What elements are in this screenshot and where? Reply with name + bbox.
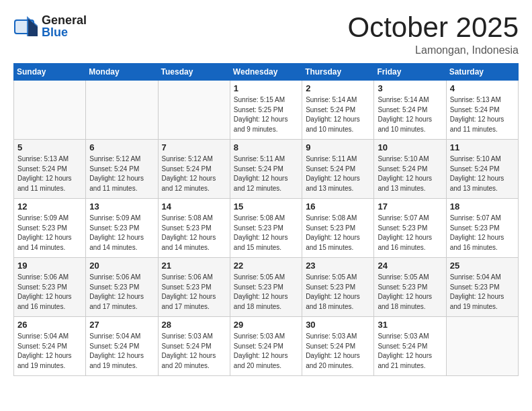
calendar-cell: 12Sunrise: 5:09 AM Sunset: 5:23 PM Dayli… <box>14 199 86 258</box>
calendar-cell: 30Sunrise: 5:03 AM Sunset: 5:24 PM Dayli… <box>302 317 374 376</box>
calendar-cell: 26Sunrise: 5:04 AM Sunset: 5:24 PM Dayli… <box>14 317 86 376</box>
weekday-header-cell: Thursday <box>302 64 374 81</box>
weekday-header-cell: Tuesday <box>158 64 230 81</box>
day-number: 13 <box>89 201 154 212</box>
calendar-week-row: 19Sunrise: 5:06 AM Sunset: 5:23 PM Dayli… <box>14 258 519 317</box>
calendar-cell: 3Sunrise: 5:14 AM Sunset: 5:24 PM Daylig… <box>374 81 446 140</box>
calendar-cell: 6Sunrise: 5:12 AM Sunset: 5:24 PM Daylig… <box>86 140 158 199</box>
day-number: 25 <box>450 261 515 271</box>
calendar-cell <box>14 81 86 140</box>
cell-info: Sunrise: 5:11 AM Sunset: 5:24 PM Dayligh… <box>234 154 298 193</box>
cell-info: Sunrise: 5:03 AM Sunset: 5:24 PM Dayligh… <box>162 332 226 371</box>
day-number: 2 <box>306 83 370 93</box>
day-number: 22 <box>234 261 298 271</box>
cell-info: Sunrise: 5:14 AM Sunset: 5:24 PM Dayligh… <box>306 95 370 134</box>
calendar-cell: 21Sunrise: 5:06 AM Sunset: 5:23 PM Dayli… <box>158 258 230 317</box>
page-header: General Blue October 2025 Lamongan, Indo… <box>13 13 519 56</box>
cell-info: Sunrise: 5:04 AM Sunset: 5:24 PM Dayligh… <box>89 332 154 371</box>
calendar-cell: 23Sunrise: 5:05 AM Sunset: 5:23 PM Dayli… <box>302 258 374 317</box>
day-number: 30 <box>306 320 370 330</box>
cell-info: Sunrise: 5:08 AM Sunset: 5:23 PM Dayligh… <box>234 214 298 253</box>
calendar-cell: 17Sunrise: 5:07 AM Sunset: 5:23 PM Dayli… <box>374 199 446 258</box>
calendar-cell: 14Sunrise: 5:08 AM Sunset: 5:23 PM Dayli… <box>158 199 230 258</box>
day-number: 24 <box>378 261 442 271</box>
day-number: 31 <box>378 320 442 330</box>
day-number: 17 <box>378 201 442 212</box>
logo-name: General Blue <box>42 14 87 38</box>
cell-info: Sunrise: 5:08 AM Sunset: 5:23 PM Dayligh… <box>162 214 226 253</box>
calendar-week-row: 5Sunrise: 5:13 AM Sunset: 5:24 PM Daylig… <box>14 140 519 199</box>
calendar-cell: 8Sunrise: 5:11 AM Sunset: 5:24 PM Daylig… <box>230 140 302 199</box>
cell-info: Sunrise: 5:13 AM Sunset: 5:24 PM Dayligh… <box>17 154 82 193</box>
cell-info: Sunrise: 5:03 AM Sunset: 5:24 PM Dayligh… <box>234 332 298 371</box>
calendar-table: SundayMondayTuesdayWednesdayThursdayFrid… <box>13 63 519 376</box>
calendar-cell: 27Sunrise: 5:04 AM Sunset: 5:24 PM Dayli… <box>86 317 158 376</box>
cell-info: Sunrise: 5:08 AM Sunset: 5:23 PM Dayligh… <box>306 214 370 253</box>
logo-blue-text: Blue <box>42 26 87 38</box>
calendar-cell: 18Sunrise: 5:07 AM Sunset: 5:23 PM Dayli… <box>446 199 518 258</box>
day-number: 23 <box>306 261 370 271</box>
cell-info: Sunrise: 5:07 AM Sunset: 5:23 PM Dayligh… <box>450 214 515 253</box>
calendar-cell: 2Sunrise: 5:14 AM Sunset: 5:24 PM Daylig… <box>302 81 374 140</box>
weekday-header-cell: Friday <box>374 64 446 81</box>
cell-info: Sunrise: 5:10 AM Sunset: 5:24 PM Dayligh… <box>378 154 442 193</box>
calendar-cell <box>158 81 230 140</box>
logo-graphic <box>13 13 39 39</box>
day-number: 26 <box>17 320 82 330</box>
month-title: October 2025 <box>347 13 519 42</box>
calendar-body: 1Sunrise: 5:15 AM Sunset: 5:25 PM Daylig… <box>14 81 519 376</box>
calendar-cell: 11Sunrise: 5:10 AM Sunset: 5:24 PM Dayli… <box>446 140 518 199</box>
day-number: 3 <box>378 83 442 93</box>
cell-info: Sunrise: 5:15 AM Sunset: 5:25 PM Dayligh… <box>234 95 298 134</box>
calendar-cell <box>86 81 158 140</box>
calendar-cell: 13Sunrise: 5:09 AM Sunset: 5:23 PM Dayli… <box>86 199 158 258</box>
cell-info: Sunrise: 5:10 AM Sunset: 5:24 PM Dayligh… <box>450 154 515 193</box>
cell-info: Sunrise: 5:05 AM Sunset: 5:23 PM Dayligh… <box>234 273 298 312</box>
calendar-cell: 29Sunrise: 5:03 AM Sunset: 5:24 PM Dayli… <box>230 317 302 376</box>
weekday-header-cell: Sunday <box>14 64 86 81</box>
weekday-header-cell: Monday <box>86 64 158 81</box>
day-number: 7 <box>162 142 226 152</box>
cell-info: Sunrise: 5:03 AM Sunset: 5:24 PM Dayligh… <box>378 332 442 371</box>
day-number: 29 <box>234 320 298 330</box>
calendar-cell: 16Sunrise: 5:08 AM Sunset: 5:23 PM Dayli… <box>302 199 374 258</box>
day-number: 27 <box>89 320 154 330</box>
calendar-cell: 24Sunrise: 5:05 AM Sunset: 5:23 PM Dayli… <box>374 258 446 317</box>
cell-info: Sunrise: 5:03 AM Sunset: 5:24 PM Dayligh… <box>306 332 370 371</box>
cell-info: Sunrise: 5:12 AM Sunset: 5:24 PM Dayligh… <box>89 154 154 193</box>
calendar-cell <box>446 317 518 376</box>
cell-info: Sunrise: 5:05 AM Sunset: 5:23 PM Dayligh… <box>306 273 370 312</box>
calendar-cell: 7Sunrise: 5:12 AM Sunset: 5:24 PM Daylig… <box>158 140 230 199</box>
weekday-header-cell: Saturday <box>446 64 518 81</box>
cell-info: Sunrise: 5:09 AM Sunset: 5:23 PM Dayligh… <box>17 214 82 253</box>
calendar-cell: 31Sunrise: 5:03 AM Sunset: 5:24 PM Dayli… <box>374 317 446 376</box>
day-number: 11 <box>450 142 515 152</box>
calendar-cell: 1Sunrise: 5:15 AM Sunset: 5:25 PM Daylig… <box>230 81 302 140</box>
cell-info: Sunrise: 5:11 AM Sunset: 5:24 PM Dayligh… <box>306 154 370 193</box>
calendar-week-row: 12Sunrise: 5:09 AM Sunset: 5:23 PM Dayli… <box>14 199 519 258</box>
cell-info: Sunrise: 5:06 AM Sunset: 5:23 PM Dayligh… <box>17 273 82 312</box>
cell-info: Sunrise: 5:06 AM Sunset: 5:23 PM Dayligh… <box>89 273 154 312</box>
day-number: 15 <box>234 201 298 212</box>
day-number: 19 <box>17 261 82 271</box>
weekday-header-cell: Wednesday <box>230 64 302 81</box>
day-number: 28 <box>162 320 226 330</box>
cell-info: Sunrise: 5:13 AM Sunset: 5:24 PM Dayligh… <box>450 95 515 134</box>
cell-info: Sunrise: 5:04 AM Sunset: 5:24 PM Dayligh… <box>17 332 82 371</box>
calendar-cell: 28Sunrise: 5:03 AM Sunset: 5:24 PM Dayli… <box>158 317 230 376</box>
calendar-week-row: 26Sunrise: 5:04 AM Sunset: 5:24 PM Dayli… <box>14 317 519 376</box>
title-block: October 2025 Lamongan, Indonesia <box>347 13 519 56</box>
logo-general-text: General <box>42 14 87 26</box>
day-number: 18 <box>450 201 515 212</box>
day-number: 5 <box>17 142 82 152</box>
location: Lamongan, Indonesia <box>347 44 519 56</box>
day-number: 6 <box>89 142 154 152</box>
day-number: 4 <box>450 83 515 93</box>
day-number: 10 <box>378 142 442 152</box>
logo: General Blue <box>13 13 87 39</box>
cell-info: Sunrise: 5:09 AM Sunset: 5:23 PM Dayligh… <box>89 214 154 253</box>
day-number: 14 <box>162 201 226 212</box>
calendar-cell: 20Sunrise: 5:06 AM Sunset: 5:23 PM Dayli… <box>86 258 158 317</box>
cell-info: Sunrise: 5:12 AM Sunset: 5:24 PM Dayligh… <box>162 154 226 193</box>
calendar-cell: 15Sunrise: 5:08 AM Sunset: 5:23 PM Dayli… <box>230 199 302 258</box>
